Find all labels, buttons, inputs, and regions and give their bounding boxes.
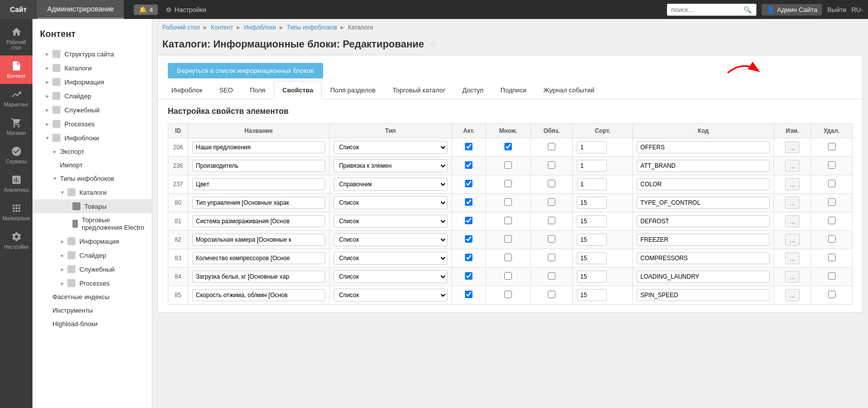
site-button[interactable]: Сайт bbox=[0, 0, 37, 19]
settings-link[interactable]: ⚙ Настройки bbox=[166, 6, 206, 13]
delete-checkbox[interactable] bbox=[828, 272, 836, 280]
cell-type[interactable]: Список Справочник Привязка к элемен bbox=[329, 175, 451, 194]
cell-sort[interactable] bbox=[573, 268, 633, 286]
cell-mnozh[interactable] bbox=[486, 268, 530, 286]
type-select[interactable]: Список Справочник Привязка к элемен bbox=[334, 215, 447, 228]
cell-sort[interactable] bbox=[573, 231, 633, 249]
search-input[interactable] bbox=[671, 6, 741, 13]
nav-item-service[interactable]: ► Служебный bbox=[32, 103, 152, 117]
cell-izm[interactable]: ... bbox=[774, 231, 811, 249]
nav-item-highload[interactable]: ► Highload-блоки bbox=[32, 317, 152, 331]
cell-code[interactable] bbox=[633, 138, 774, 157]
cell-name[interactable] bbox=[188, 157, 330, 175]
cell-akt[interactable] bbox=[451, 231, 485, 249]
nav-item-catalogs[interactable]: ► Каталоги bbox=[32, 61, 152, 75]
nav-item-export[interactable]: ► Экспорт bbox=[32, 145, 152, 158]
cell-mnozh[interactable] bbox=[486, 138, 530, 157]
cell-type[interactable]: Список Справочник Привязка к элемен bbox=[329, 194, 451, 212]
cell-name[interactable] bbox=[188, 175, 330, 194]
cell-udal[interactable] bbox=[811, 212, 853, 231]
akt-checkbox[interactable] bbox=[465, 180, 472, 187]
cell-obyz[interactable] bbox=[530, 249, 572, 268]
obyz-checkbox[interactable] bbox=[548, 291, 555, 298]
delete-checkbox[interactable] bbox=[828, 198, 836, 206]
cell-obyz[interactable] bbox=[530, 212, 572, 231]
cell-sort[interactable] bbox=[573, 138, 633, 157]
cell-type[interactable]: Список Справочник Привязка к элемен bbox=[329, 138, 451, 157]
akt-checkbox[interactable] bbox=[465, 198, 472, 206]
tab-fields[interactable]: Поля bbox=[241, 81, 274, 99]
cell-akt[interactable] bbox=[451, 138, 485, 157]
cell-udal[interactable] bbox=[811, 231, 853, 249]
cell-name[interactable] bbox=[188, 268, 330, 286]
cell-sort[interactable] bbox=[573, 194, 633, 212]
cell-udal[interactable] bbox=[811, 249, 853, 268]
edit-button[interactable]: ... bbox=[785, 252, 800, 264]
sidebar-item-home[interactable]: Рабочий стол bbox=[0, 21, 32, 55]
cell-name[interactable] bbox=[188, 138, 330, 157]
cell-mnozh[interactable] bbox=[486, 194, 530, 212]
edit-button[interactable]: ... bbox=[785, 289, 800, 301]
akt-checkbox[interactable] bbox=[465, 254, 472, 261]
search-box[interactable]: 🔍 bbox=[667, 3, 757, 16]
tab-properties[interactable]: Свойства bbox=[274, 81, 322, 99]
cell-izm[interactable]: ... bbox=[774, 138, 811, 157]
admin-tab[interactable]: Администрирование bbox=[37, 0, 124, 19]
cell-akt[interactable] bbox=[451, 286, 485, 305]
cell-mnozh[interactable] bbox=[486, 157, 530, 175]
tab-subscriptions[interactable]: Подписи bbox=[492, 81, 535, 99]
cell-code[interactable] bbox=[633, 249, 774, 268]
cell-izm[interactable]: ... bbox=[774, 175, 811, 194]
sort-input[interactable] bbox=[577, 215, 607, 227]
edit-button[interactable]: ... bbox=[785, 178, 800, 190]
nav-item-infoblocktypes[interactable]: ▼ Типы инфоблоков ← bbox=[32, 172, 152, 185]
nav-item-service-type[interactable]: ► Служебный bbox=[32, 262, 152, 276]
name-input[interactable] bbox=[192, 252, 325, 264]
sort-input[interactable] bbox=[577, 252, 607, 264]
nav-item-facet[interactable]: ► Фасетные индексы bbox=[32, 290, 152, 304]
edit-button[interactable]: ... bbox=[785, 215, 800, 227]
type-select[interactable]: Список Справочник Привязка к элемен bbox=[334, 252, 447, 265]
tab-event-log[interactable]: Журнал событий bbox=[535, 81, 603, 99]
cell-udal[interactable] bbox=[811, 194, 853, 212]
sort-input[interactable] bbox=[577, 141, 607, 153]
cell-code[interactable] bbox=[633, 231, 774, 249]
cell-mnozh[interactable] bbox=[486, 175, 530, 194]
nav-item-tools[interactable]: ► Инструменты bbox=[32, 304, 152, 317]
mnozh-checkbox[interactable] bbox=[504, 180, 512, 187]
cell-code[interactable] bbox=[633, 175, 774, 194]
cell-obyz[interactable] bbox=[530, 231, 572, 249]
mnozh-checkbox[interactable] bbox=[504, 254, 512, 261]
cell-code[interactable] bbox=[633, 212, 774, 231]
sidebar-item-analytics[interactable]: Аналитика bbox=[0, 169, 32, 198]
name-input[interactable] bbox=[192, 141, 325, 153]
obyz-checkbox[interactable] bbox=[548, 198, 555, 206]
akt-checkbox[interactable] bbox=[465, 217, 472, 224]
tab-trade-catalog[interactable]: Торговый каталог bbox=[384, 81, 454, 99]
type-select[interactable]: Список Справочник Привязка к элемен bbox=[334, 233, 447, 246]
sort-input[interactable] bbox=[577, 160, 607, 172]
obyz-checkbox[interactable] bbox=[548, 180, 555, 187]
cell-type[interactable]: Список Справочник Привязка к элемен bbox=[329, 231, 451, 249]
tab-access[interactable]: Доступ bbox=[454, 81, 492, 99]
obyz-checkbox[interactable] bbox=[548, 235, 555, 243]
back-button[interactable]: Вернуться в список информационных блоков bbox=[168, 63, 323, 78]
cell-udal[interactable] bbox=[811, 268, 853, 286]
cell-sort[interactable] bbox=[573, 286, 633, 305]
sidebar-item-services[interactable]: Сервисы bbox=[0, 141, 32, 169]
type-select[interactable]: Список Справочник Привязка к элемен bbox=[334, 141, 447, 154]
cell-akt[interactable] bbox=[451, 212, 485, 231]
delete-checkbox[interactable] bbox=[828, 161, 836, 169]
akt-checkbox[interactable] bbox=[465, 272, 472, 280]
obyz-checkbox[interactable] bbox=[548, 161, 555, 169]
obyz-checkbox[interactable] bbox=[548, 272, 555, 280]
akt-checkbox[interactable] bbox=[465, 161, 472, 169]
cell-mnozh[interactable] bbox=[486, 231, 530, 249]
cell-obyz[interactable] bbox=[530, 138, 572, 157]
code-input[interactable] bbox=[637, 252, 770, 264]
delete-checkbox[interactable] bbox=[828, 180, 836, 187]
cell-name[interactable] bbox=[188, 286, 330, 305]
sort-input[interactable] bbox=[577, 289, 607, 301]
cell-type[interactable]: Список Справочник Привязка к элемен bbox=[329, 268, 451, 286]
name-input[interactable] bbox=[192, 178, 325, 190]
